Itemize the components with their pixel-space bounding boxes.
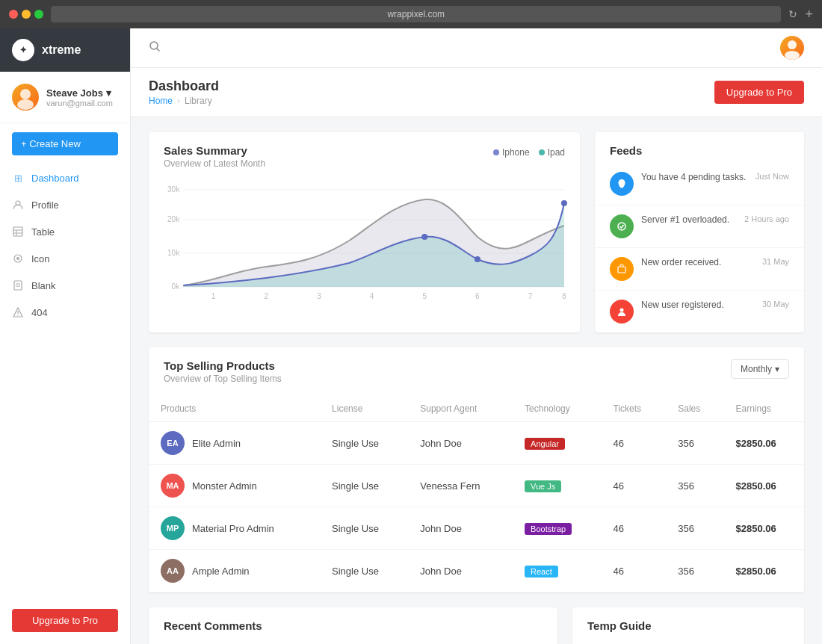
top-selling-card: Top Selling Products Overview of Top Sel… <box>149 347 804 592</box>
sidebar-logo: ✦ <box>12 39 34 61</box>
col-tech: Technology <box>513 396 601 422</box>
svg-text:1: 1 <box>211 292 216 300</box>
url-bar[interactable]: wrappixel.com <box>51 6 781 22</box>
user-info: Steave Jobs ▾ varun@gmail.com <box>46 87 118 108</box>
top-bar <box>131 28 822 68</box>
svg-point-35 <box>421 234 427 240</box>
sidebar-item-label: Icon <box>31 253 50 264</box>
table-header: Top Selling Products Overview of Top Sel… <box>149 347 804 396</box>
svg-line-16 <box>157 49 160 52</box>
comments-header: Recent Comments <box>149 607 557 638</box>
sidebar-item-icon[interactable]: Icon <box>0 245 130 272</box>
temp-header: Temp Guide <box>572 607 804 638</box>
svg-text:8: 8 <box>562 292 566 300</box>
sidebar-item-table[interactable]: Table <box>0 218 130 245</box>
feed-icon-2 <box>610 257 634 281</box>
svg-rect-40 <box>618 267 625 273</box>
dot-maximize[interactable] <box>34 10 43 19</box>
feed-item-1: Server #1 overloaded. 2 Hours ago <box>595 205 804 248</box>
feeds-title: Feeds <box>610 144 789 157</box>
product-avatar: EA <box>161 431 185 455</box>
comment-item-0: James Anderson Lorem Ipsum is simply dum… <box>149 638 557 644</box>
top-row: Sales Summary Overview of Latest Month I… <box>149 132 804 332</box>
tech-badge: Angular <box>525 438 565 450</box>
legend-ipad: Ipad <box>539 147 565 158</box>
upgrade-pro-header-button[interactable]: Upgrade to Pro <box>714 81 804 104</box>
svg-point-37 <box>561 200 567 206</box>
table-row: EA Elite Admin Single Use John Doe Angul… <box>149 422 804 465</box>
profile-icon <box>12 199 24 211</box>
sidebar-item-blank[interactable]: Blank <box>0 272 130 299</box>
period-button[interactable]: Monthly ▾ <box>731 359 789 379</box>
sidebar-item-profile[interactable]: Profile <box>0 191 130 218</box>
table-subtitle: Overview of Top Selling Items <box>164 374 282 384</box>
temp-content: 73 ° Saturday Ahmedabad, India <box>572 638 804 644</box>
create-new-button[interactable]: + Create New <box>12 132 118 155</box>
sidebar-item-label: Blank <box>31 280 56 291</box>
svg-text:5: 5 <box>422 292 427 300</box>
refresh-icon[interactable]: ↻ <box>788 8 797 20</box>
sidebar-item-404[interactable]: 404 <box>0 299 130 326</box>
product-avatar: MP <box>161 516 185 540</box>
top-bar-left <box>149 40 161 55</box>
breadcrumb: Home › Library <box>149 96 219 106</box>
svg-point-17 <box>788 40 797 49</box>
sidebar-header: ✦ xtreme <box>0 28 130 72</box>
col-products: Products <box>149 396 320 422</box>
search-button[interactable] <box>149 40 161 55</box>
sidebar-item-label: 404 <box>31 307 48 318</box>
col-earnings: Earnings <box>724 396 805 422</box>
svg-text:10k: 10k <box>167 249 180 257</box>
feed-icon-3 <box>610 300 634 323</box>
tech-badge: Vue Js <box>525 480 561 492</box>
feed-icon-0 <box>610 172 634 196</box>
sidebar-nav: ⊞ Dashboard Profile Table Icon <box>0 164 130 600</box>
new-tab-button[interactable]: + <box>805 7 813 22</box>
avatar <box>12 84 39 111</box>
svg-point-36 <box>475 256 480 262</box>
svg-point-41 <box>620 309 624 312</box>
main-content: Dashboard Home › Library Upgrade to Pro <box>131 28 822 644</box>
blank-icon <box>12 279 24 291</box>
feeds-list: You have 4 pending tasks. Just Now Serve… <box>595 163 804 332</box>
browser-chrome: wrappixel.com ↻ + <box>0 0 822 28</box>
chart-legend: Iphone Ipad <box>493 147 565 158</box>
feed-item-0: You have 4 pending tasks. Just Now <box>595 163 804 205</box>
user-name: Steave Jobs ▾ <box>46 87 118 99</box>
temp-title: Temp Guide <box>587 619 789 632</box>
sidebar-item-dashboard[interactable]: ⊞ Dashboard <box>0 164 130 191</box>
svg-point-14 <box>17 315 19 316</box>
tech-badge: Bootstrap <box>525 523 572 535</box>
icon-icon <box>12 253 24 264</box>
svg-rect-38 <box>620 187 623 188</box>
temp-guide-card: Temp Guide <box>572 607 804 644</box>
sidebar: ✦ xtreme Steave Jobs ▾ varun@gmail.com +… <box>0 28 131 644</box>
top-bar-right <box>780 36 804 60</box>
svg-rect-3 <box>13 227 22 236</box>
sales-subtitle: Overview of Latest Month <box>164 158 265 169</box>
404-icon <box>12 306 24 318</box>
browser-dots <box>9 10 43 19</box>
svg-point-8 <box>16 257 19 260</box>
col-sales: Sales <box>666 396 723 422</box>
product-avatar: MA <box>161 474 185 498</box>
breadcrumb-home[interactable]: Home <box>149 96 173 106</box>
col-agent: Support Agent <box>408 396 513 422</box>
svg-text:30k: 30k <box>167 185 180 193</box>
sales-card-header: Sales Summary Overview of Latest Month I… <box>149 132 580 175</box>
chevron-down-icon: ▾ <box>775 364 779 374</box>
feed-icon-1 <box>610 214 634 238</box>
top-bar-avatar[interactable] <box>780 36 804 60</box>
upgrade-pro-sidebar-button[interactable]: Upgrade to Pro <box>12 609 118 632</box>
dot-minimize[interactable] <box>22 10 31 19</box>
table-row: AA Ample Admin Single Use John Doe React… <box>149 550 804 592</box>
comments-title: Recent Comments <box>164 619 543 632</box>
dot-close[interactable] <box>9 10 18 19</box>
legend-iphone: Iphone <box>493 147 530 158</box>
breadcrumb-current: Library <box>185 96 212 106</box>
sales-summary-card: Sales Summary Overview of Latest Month I… <box>149 132 580 332</box>
svg-point-0 <box>20 89 31 99</box>
feed-item-2: New order received. 31 May <box>595 248 804 291</box>
dashboard-icon: ⊞ <box>12 172 24 184</box>
table-icon <box>12 226 24 238</box>
